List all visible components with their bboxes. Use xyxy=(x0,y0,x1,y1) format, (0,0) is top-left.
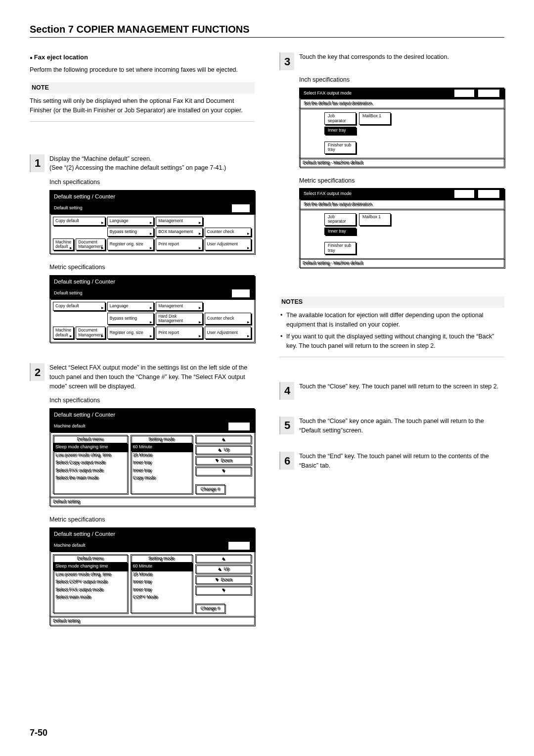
step-5: 5 Touch the “Close” key once again. The … xyxy=(279,417,504,435)
btn-management[interactable]: Management xyxy=(156,217,202,226)
step-6-num: 6 xyxy=(284,453,290,469)
btn-bypass[interactable]: Bypass setting xyxy=(107,228,154,236)
page-number: 7-50 xyxy=(30,728,47,738)
btn-machine-default[interactable]: Machine default xyxy=(53,327,74,339)
screen-bar-label: Select FAX output mode xyxy=(304,190,352,197)
btn-doc-mgmt[interactable]: Document Management xyxy=(76,238,105,251)
list-row[interactable]: Select FAX output mode xyxy=(53,467,127,474)
screen-title: Default setting / Counter xyxy=(50,528,254,540)
btn-inner-tray[interactable]: Inner tray xyxy=(324,228,356,236)
down-arrow-button[interactable]: ▼ xyxy=(195,467,251,475)
btn-language[interactable]: Language xyxy=(107,302,154,311)
down-arrow-icon: ▼ xyxy=(221,468,225,474)
btn-machine-default[interactable]: Machine default xyxy=(53,238,74,251)
list-row[interactable]: Select Copy output mode xyxy=(53,459,127,467)
step-1-text-b: (See “(2) Accessing the machine default … xyxy=(49,163,255,173)
end-button[interactable]: End xyxy=(231,289,250,298)
screen-footer: Default setting xyxy=(50,616,254,625)
btn-bypass[interactable]: Bypass setting xyxy=(107,313,154,325)
screen-tab: Default setting xyxy=(54,205,83,212)
btn-job-separator[interactable]: Job separator xyxy=(324,112,356,125)
spec-metric-label: Metric specifications xyxy=(49,263,255,272)
btn-job-separator[interactable]: Job separator xyxy=(324,213,356,226)
triangle-down-icon: ▼ xyxy=(215,457,219,464)
btn-doc-mgmt[interactable]: Document Management xyxy=(76,327,105,339)
spec-inch-label-r: Inch specifications xyxy=(299,75,504,85)
down-arrow-button[interactable]: ▼ xyxy=(195,586,251,595)
screen-tab: Machine default xyxy=(54,423,86,430)
list-row[interactable]: Select FAX output mode xyxy=(53,586,127,594)
btn-register-orig[interactable]: Register orig. size xyxy=(107,327,154,339)
btn-management[interactable]: Management xyxy=(156,302,202,311)
machine-default-screen-metric: Default setting / Counter Machine defaul… xyxy=(49,527,255,625)
close-button[interactable]: Close xyxy=(478,89,500,98)
right-column: 3 Touch the key that corresponds to the … xyxy=(279,52,504,634)
btn-finisher-subtray[interactable]: Finisher sub tray xyxy=(324,242,356,254)
btn-finisher-subtray[interactable]: Finisher sub tray xyxy=(324,142,356,154)
down-label: Down xyxy=(221,576,232,583)
spec-metric-label-r: Metric specifications xyxy=(299,176,504,186)
list-row[interactable]: Select the main mode xyxy=(53,474,127,482)
change-button[interactable]: Change # xyxy=(195,604,225,614)
close-button[interactable]: Close xyxy=(228,541,250,550)
step-3-text: Touch the key that corresponds to the de… xyxy=(299,52,504,62)
note-body: This setting will only be displayed when… xyxy=(30,96,255,115)
close-button[interactable]: Close xyxy=(228,422,250,431)
up-arrow-button[interactable]: ▲ xyxy=(195,554,251,563)
btn-mailbox-1[interactable]: MailBox 1 xyxy=(359,112,391,125)
default-setting-screen-metric: Default setting / Counter Default settin… xyxy=(49,275,255,342)
btn-user-adj[interactable]: User Adjustment xyxy=(205,327,251,339)
down-button[interactable]: ▼Down xyxy=(195,575,251,584)
screen-hint: Set the default fax output destination. xyxy=(300,98,504,108)
list-row[interactable]: Select COPY output mode xyxy=(53,578,127,586)
setting-list[interactable]: Default menu Sleep mode changing time Lo… xyxy=(53,435,128,494)
btn-harddisk-mgmt[interactable]: Hard Disk Management xyxy=(156,313,202,325)
btn-box-mgmt[interactable]: BOX Management xyxy=(156,228,202,236)
back-button[interactable]: Back xyxy=(454,89,475,98)
default-setting-screen-inch: Default setting / Counter Default settin… xyxy=(49,190,255,254)
btn-counter-check[interactable]: Counter check xyxy=(205,313,251,325)
btn-language[interactable]: Language xyxy=(107,217,154,226)
step-2-num: 2 xyxy=(35,364,41,380)
screen-footer: Default setting xyxy=(50,497,254,506)
list-row[interactable]: Select main mode xyxy=(53,593,127,601)
col-default-menu: Default menu xyxy=(53,555,127,563)
triangle-up-icon: ▲ xyxy=(217,566,222,572)
list-row[interactable]: Sleep mode changing time xyxy=(53,563,127,570)
list-row[interactable]: Low power mode chng. time xyxy=(53,451,127,459)
divider xyxy=(30,121,255,122)
screen-tab: Machine default xyxy=(54,542,86,549)
down-button[interactable]: ▼Down xyxy=(195,456,251,465)
btn-register-orig[interactable]: Register orig. size xyxy=(107,238,154,251)
btn-inner-tray[interactable]: Inner tray xyxy=(324,127,356,135)
btn-counter-check[interactable]: Counter check xyxy=(205,228,251,236)
list-row: 60 Minute xyxy=(131,563,192,570)
btn-mailbox-1[interactable]: Mailbox 1 xyxy=(359,213,391,226)
down-arrow-icon: ▼ xyxy=(221,587,225,594)
up-button[interactable]: ▲Up xyxy=(195,565,251,573)
btn-user-adj[interactable]: User Adjustment xyxy=(205,238,251,251)
up-arrow-button[interactable]: ▲ xyxy=(195,435,251,444)
list-row[interactable]: Low power mode chng. time xyxy=(53,570,127,578)
list-row: 60 Minute xyxy=(131,443,192,451)
list-row: 15 Minute xyxy=(131,451,192,459)
end-button[interactable]: End xyxy=(231,204,250,213)
back-button[interactable]: Back xyxy=(454,189,475,198)
list-row[interactable]: Sleep mode changing time xyxy=(53,443,127,451)
btn-print-report[interactable]: Print report xyxy=(156,238,202,251)
up-button[interactable]: ▲Up xyxy=(195,445,251,454)
fax-output-screen-inch: Select FAX output mode Back Close Set th… xyxy=(299,88,504,167)
list-row: Copy mode xyxy=(131,474,192,482)
change-button[interactable]: Change # xyxy=(195,484,225,494)
step-6: 6 Touch the “End” key. The touch panel w… xyxy=(279,452,504,471)
step-4: 4 Touch the “Close” key. The touch panel… xyxy=(279,382,504,400)
setting-list[interactable]: Default menu Sleep mode changing time Lo… xyxy=(53,554,128,614)
down-label: Down xyxy=(221,457,232,464)
btn-copy-default[interactable]: Copy default xyxy=(53,302,105,311)
btn-copy-default[interactable]: Copy default xyxy=(53,217,105,226)
list-row: Inner tray xyxy=(131,459,192,467)
close-button[interactable]: Close xyxy=(478,189,500,198)
step-1-num: 1 xyxy=(35,155,41,171)
btn-print-report[interactable]: Print report xyxy=(156,327,202,339)
spec-inch-label: Inch specifications xyxy=(49,178,255,187)
